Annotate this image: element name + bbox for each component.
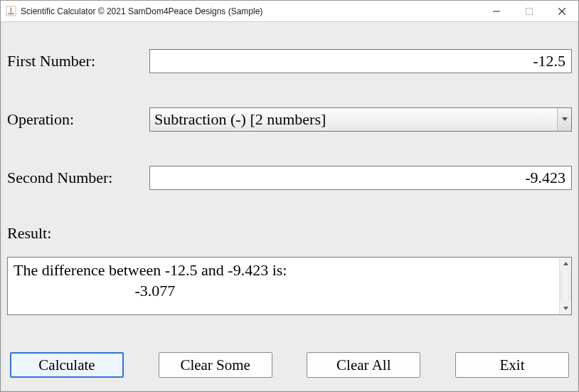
chevron-down-icon (557, 108, 571, 131)
titlebar: Scientific Calculator © 2021 SamDom4Peac… (1, 1, 578, 22)
result-area-wrap: The difference between -12.5 and -9.423 … (7, 257, 572, 315)
svg-marker-7 (563, 307, 568, 310)
second-number-label: Second Number: (7, 169, 149, 187)
second-number-input[interactable] (149, 166, 572, 190)
first-number-row: First Number: (7, 49, 572, 73)
window-controls (480, 1, 578, 21)
result-label: Result: (7, 224, 572, 243)
operation-selected-value: Subtraction (-) [2 numbers] (149, 107, 572, 132)
svg-marker-6 (563, 262, 568, 265)
result-block: Result: The difference between -12.5 and… (7, 224, 572, 315)
window-title: Scientific Calculator © 2021 SamDom4Peac… (21, 6, 480, 16)
app-window: Scientific Calculator © 2021 SamDom4Peac… (0, 0, 579, 392)
content-pane: First Number: Operation: Subtraction (-)… (1, 22, 578, 391)
scroll-up-icon[interactable] (560, 258, 571, 270)
operation-row: Operation: Subtraction (-) [2 numbers] (7, 107, 572, 132)
first-number-label: First Number: (7, 52, 149, 70)
second-number-row: Second Number: (7, 166, 572, 190)
operation-label: Operation: (7, 110, 149, 129)
clear-all-button[interactable]: Clear All (307, 352, 420, 378)
minimize-button[interactable] (480, 1, 513, 21)
exit-button[interactable]: Exit (455, 352, 569, 378)
scroll-thumb[interactable] (560, 270, 571, 302)
close-button[interactable] (546, 1, 578, 21)
maximize-button[interactable] (513, 1, 546, 21)
scroll-down-icon[interactable] (560, 302, 571, 314)
svg-rect-2 (526, 8, 533, 14)
button-row: Calculate Clear Some Clear All Exit (7, 352, 572, 378)
calculate-button[interactable]: Calculate (10, 352, 124, 378)
result-textarea[interactable]: The difference between -12.5 and -9.423 … (8, 258, 559, 314)
first-number-input[interactable] (149, 49, 572, 73)
operation-combobox[interactable]: Subtraction (-) [2 numbers] (149, 107, 572, 132)
result-scrollbar[interactable] (559, 258, 571, 314)
clear-some-button[interactable]: Clear Some (159, 352, 272, 378)
java-app-icon (5, 6, 16, 17)
svg-marker-5 (562, 117, 568, 121)
